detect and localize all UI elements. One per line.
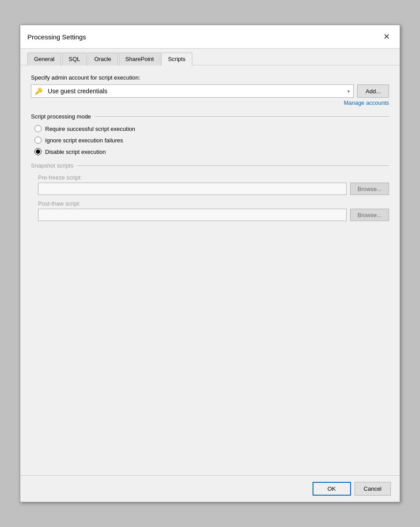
tab-sharepoint[interactable]: SharePoint — [119, 53, 160, 65]
pre-freeze-field: Pre-freeze script: Browse... — [38, 174, 389, 195]
script-fields: Pre-freeze script: Browse... Post-thaw s… — [31, 174, 389, 221]
dialog-footer: OK Cancel — [20, 475, 400, 502]
dropdown-selected-value: Use guest credentials — [48, 88, 107, 95]
dropdown-display-text: 🔑 Use guest credentials — [35, 88, 347, 95]
radio-disable-label: Disable script execution — [45, 149, 106, 155]
post-thaw-input[interactable] — [38, 209, 347, 221]
processing-settings-dialog: Processing Settings ✕ General SQL Oracle… — [20, 25, 400, 502]
account-row: 🔑 Use guest credentials ▾ Add... — [31, 84, 389, 98]
divider-line — [95, 116, 389, 117]
pre-freeze-label: Pre-freeze script: — [38, 174, 389, 181]
snapshot-scripts-label: Snapshot scripts — [31, 162, 73, 169]
post-thaw-row: Browse... — [38, 209, 389, 221]
radio-ignore[interactable]: Ignore script execution failures — [34, 137, 389, 144]
script-processing-mode-group: Require successful script execution Igno… — [31, 125, 389, 155]
post-thaw-label: Post-thaw script: — [38, 200, 389, 207]
pre-freeze-input[interactable] — [38, 183, 347, 195]
radio-ignore-input[interactable] — [34, 137, 42, 144]
cancel-button[interactable]: Cancel — [355, 482, 391, 496]
pre-freeze-row: Browse... — [38, 183, 389, 195]
tab-general[interactable]: General — [27, 53, 61, 65]
post-thaw-browse-button[interactable]: Browse... — [350, 209, 389, 221]
radio-disable[interactable]: Disable script execution — [34, 148, 389, 155]
manage-accounts-link[interactable]: Manage accounts — [344, 99, 389, 106]
credential-dropdown-wrapper: 🔑 Use guest credentials ▾ — [31, 84, 354, 98]
tab-scripts[interactable]: Scripts — [161, 53, 192, 65]
script-processing-mode-divider: Script processing mode — [31, 113, 389, 120]
close-button[interactable]: ✕ — [380, 31, 393, 43]
snapshot-scripts-section: Snapshot scripts Pre-freeze script: Brow… — [31, 162, 389, 221]
add-button[interactable]: Add... — [357, 84, 389, 98]
snapshot-scripts-divider: Snapshot scripts — [31, 162, 389, 169]
post-thaw-field: Post-thaw script: Browse... — [38, 200, 389, 221]
radio-disable-input[interactable] — [34, 148, 42, 155]
radio-require[interactable]: Require successful script execution — [34, 125, 389, 132]
ok-button[interactable]: OK — [313, 482, 351, 496]
radio-require-input[interactable] — [34, 125, 42, 132]
scripts-content: Specify admin account for script executi… — [20, 65, 400, 475]
credential-dropdown[interactable]: 🔑 Use guest credentials ▾ — [31, 84, 354, 98]
tab-sql[interactable]: SQL — [62, 53, 87, 65]
tab-bar: General SQL Oracle SharePoint Scripts — [20, 49, 400, 65]
key-icon: 🔑 — [35, 88, 42, 95]
snapshot-divider-line — [77, 165, 389, 166]
dialog-title: Processing Settings — [27, 33, 86, 41]
pre-freeze-browse-button[interactable]: Browse... — [350, 183, 389, 195]
radio-require-label: Require successful script execution — [45, 126, 135, 132]
tab-oracle[interactable]: Oracle — [88, 53, 118, 65]
admin-account-label: Specify admin account for script executi… — [31, 74, 389, 81]
manage-accounts-link-container: Manage accounts — [31, 99, 389, 106]
radio-ignore-label: Ignore script execution failures — [45, 137, 123, 144]
title-bar: Processing Settings ✕ — [20, 25, 400, 49]
script-processing-mode-label: Script processing mode — [31, 113, 91, 120]
chevron-down-icon: ▾ — [347, 89, 350, 94]
